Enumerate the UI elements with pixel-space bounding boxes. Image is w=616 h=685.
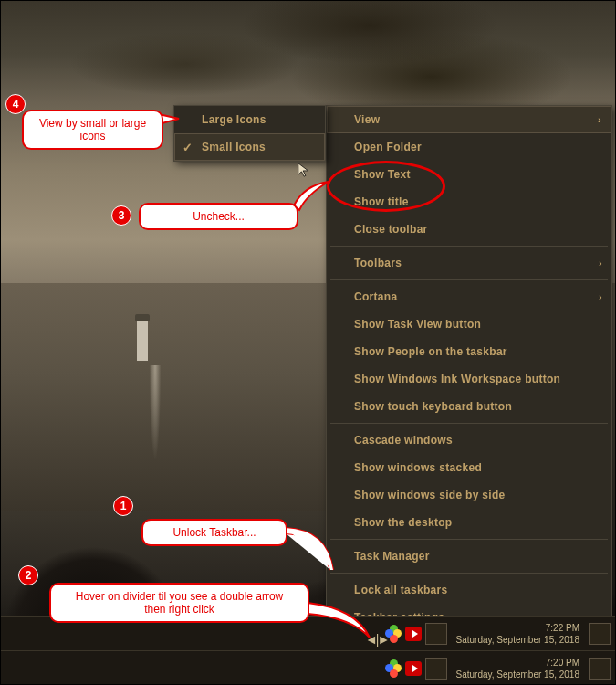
submenu-arrow-icon: › — [598, 114, 601, 125]
annotation-number-2: 2 — [18, 565, 38, 585]
view-submenu: Large Icons✓Small Icons — [173, 105, 326, 162]
annotation-box-1: Unlock Taskbar... — [141, 519, 287, 546]
menu-item[interactable]: Toolbars› — [327, 249, 611, 277]
tray-time-1: 7:22 PM — [456, 622, 579, 634]
tray-clock-2[interactable]: 7:20 PM Saturday, September 15, 2018 — [451, 657, 585, 680]
menu-item[interactable]: Open Folder — [327, 133, 611, 161]
tray-date-1: Saturday, September 15, 2018 — [456, 634, 579, 646]
tray-clock-1[interactable]: 7:22 PM Saturday, September 15, 2018 — [451, 622, 585, 646]
tray-time-2: 7:20 PM — [456, 657, 579, 669]
annotation-number-4: 4 — [5, 94, 26, 114]
tray-quad-icon-2[interactable] — [385, 660, 402, 677]
tray-date-2: Saturday, September 15, 2018 — [456, 669, 579, 680]
menu-item-label: Lock all taskbars — [354, 584, 447, 596]
annotation-number-3: 3 — [111, 206, 131, 226]
annotation-number-1: 1 — [113, 496, 133, 516]
menu-separator — [330, 573, 608, 574]
annotation-box-3: Uncheck... — [139, 203, 298, 230]
taskbar-lower[interactable]: 7:20 PM Saturday, September 15, 2018 — [0, 650, 616, 685]
check-icon: ✓ — [183, 141, 193, 154]
tray-box-icon[interactable] — [425, 623, 447, 645]
submenu-arrow-icon: › — [599, 291, 602, 302]
submenu-item[interactable]: ✓Small Icons — [174, 133, 325, 161]
menu-item-label: Show the desktop — [354, 516, 452, 529]
menu-item[interactable]: Cortana› — [327, 283, 611, 311]
menu-separator — [330, 423, 608, 424]
submenu-arrow-icon: › — [599, 258, 602, 269]
menu-item[interactable]: Show windows side by side — [327, 481, 611, 509]
menu-item-label: Cascade windows — [354, 434, 453, 447]
menu-item-label: Close toolbar — [354, 223, 428, 236]
menu-separator — [330, 539, 608, 540]
menu-item-label: Toolbars — [354, 257, 402, 269]
submenu-item-label: Large Icons — [202, 113, 266, 126]
menu-item-label: Show Windows Ink Workspace button — [354, 373, 560, 385]
submenu-item[interactable]: Large Icons — [174, 106, 325, 133]
menu-item-label: View — [354, 113, 380, 126]
menu-item[interactable]: Show windows stacked — [327, 454, 611, 481]
tray-end-icon-2[interactable] — [589, 658, 611, 680]
menu-item-label: Show Task View button — [354, 318, 481, 331]
menu-item-label: Show windows side by side — [354, 489, 506, 501]
annotation-tail-1 — [283, 526, 338, 581]
menu-item[interactable]: Show Windows Ink Workspace button — [327, 365, 611, 393]
menu-separator — [330, 246, 608, 247]
menu-item[interactable]: View› — [327, 106, 611, 133]
tray-end-icon-1[interactable] — [589, 623, 611, 645]
menu-item[interactable]: Lock all taskbars — [327, 576, 611, 604]
menu-item[interactable]: Close toolbar — [327, 216, 611, 243]
menu-item-label: Open Folder — [354, 141, 422, 153]
menu-item[interactable]: Show Task View button — [327, 311, 611, 338]
submenu-item-label: Small Icons — [202, 141, 266, 153]
menu-item[interactable]: Show touch keyboard button — [327, 393, 611, 420]
menu-item[interactable]: Task Manager — [327, 543, 611, 570]
annotation-ellipse — [327, 161, 445, 212]
menu-item-label: Task Manager — [354, 550, 430, 563]
tray-box-icon-2[interactable] — [425, 658, 447, 680]
wallpaper-lighthouse — [137, 320, 148, 361]
menu-item[interactable]: Show People on the taskbar — [327, 338, 611, 365]
menu-item[interactable]: Show the desktop — [327, 509, 611, 536]
menu-item-label: Cortana — [354, 290, 397, 303]
mouse-cursor-icon — [297, 162, 313, 178]
menu-item-label: Show touch keyboard button — [354, 400, 512, 413]
annotation-tail-2 — [306, 601, 379, 642]
menu-separator — [330, 279, 608, 280]
menu-item-label: Show windows stacked — [354, 461, 482, 474]
tray-youtube-icon[interactable] — [405, 626, 422, 642]
annotation-box-4: View by small or large icons — [22, 110, 163, 150]
annotation-box-2: Hover on divider til you see a double ar… — [49, 583, 309, 623]
menu-item[interactable]: Cascade windows — [327, 427, 611, 454]
menu-item-label: Show People on the taskbar — [354, 345, 507, 358]
tray-youtube-icon-2[interactable] — [405, 660, 422, 677]
